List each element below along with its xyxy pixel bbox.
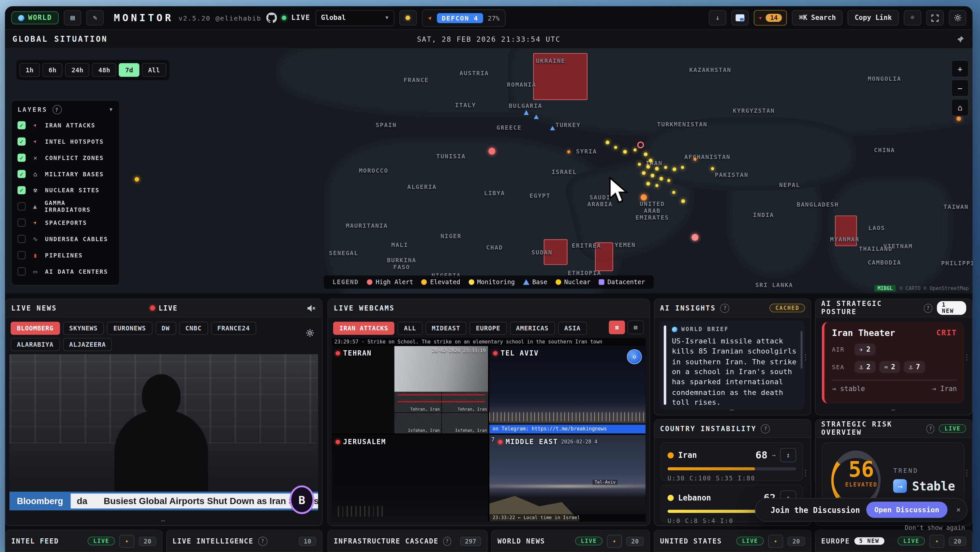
help-icon[interactable]: ? [926, 424, 934, 433]
layer-checkbox[interactable]: ✓ [18, 186, 26, 194]
map-marker[interactable] [648, 159, 652, 163]
missile-alerts-button[interactable]: ➤ 14 [754, 10, 788, 26]
more-indicator[interactable]: ⋯ [816, 406, 972, 414]
compose-icon-button[interactable]: ✎ [86, 10, 104, 26]
defcon-indicator[interactable]: ➤ DEFCON 4 27% [422, 9, 506, 27]
map-marker[interactable] [655, 184, 659, 187]
layer-checkbox[interactable] [18, 251, 26, 259]
map-marker[interactable] [681, 199, 685, 203]
home-button[interactable]: ⌂ [951, 99, 969, 116]
map-marker[interactable] [693, 158, 696, 161]
layer-checkbox[interactable] [18, 202, 25, 210]
map-marker[interactable] [667, 179, 670, 182]
webcam-thumbnail[interactable]: Isfahan, Iran [395, 412, 441, 433]
time-filter-7d[interactable]: 7d [119, 63, 140, 77]
webcam-tehran[interactable]: TEHRAN 28-02-2026 23:33:19 Tehran, IranT… [332, 346, 488, 433]
layer-checkbox[interactable] [18, 267, 26, 275]
webcam-tab-americas[interactable]: AMERICAS [510, 322, 555, 335]
help-icon[interactable]: ? [443, 536, 451, 546]
layer-row-spaceports[interactable]: ➤SPACEPORTS [18, 214, 114, 231]
help-icon[interactable]: ? [258, 536, 267, 546]
map-marker[interactable] [568, 150, 571, 154]
bottom-tab-united-states[interactable]: UNITED STATESLIVE✦20 [654, 530, 811, 552]
theme-button[interactable]: ☼ [904, 10, 921, 26]
layer-checkbox[interactable] [18, 235, 26, 243]
layer-row-undersea-cables[interactable]: ∿UNDERSEA CABLES [18, 230, 114, 247]
kebab-menu-icon[interactable]: ⋮ [802, 468, 810, 477]
instability-row-iran[interactable]: Iran 68 → ↥ U:30 C:100 S:35 I:80 [660, 442, 803, 481]
news-settings-button[interactable] [304, 327, 316, 339]
share-button[interactable]: ↥ [780, 448, 797, 462]
map-marker[interactable] [644, 152, 648, 156]
open-discussion-button[interactable]: Open Discussion [866, 501, 947, 518]
dismiss-link[interactable]: Don't show again [878, 524, 965, 531]
news-more-indicator[interactable]: ⋯ [6, 517, 322, 525]
channel-tab-skynews[interactable]: SKYNEWS [63, 322, 104, 335]
layer-checkbox[interactable]: ✓ [18, 170, 26, 178]
map-marker[interactable] [692, 234, 698, 241]
channel-tab-euronews[interactable]: EURONEWS [107, 322, 152, 335]
map-marker[interactable] [957, 117, 961, 121]
map-marker[interactable] [606, 141, 610, 145]
channel-tab-aljazeera[interactable]: ALJAZEERA [63, 338, 112, 351]
github-icon[interactable] [266, 13, 277, 23]
webcam-middle-east[interactable]: 7 MIDDLE EAST 2026-02-28 4 Tel-Aviv 23:3… [489, 435, 646, 521]
map-marker[interactable] [664, 166, 667, 169]
webcam-tab-europe[interactable]: EUROPE [470, 322, 507, 335]
webcam-tab-iran-attacks[interactable]: IRAN ATTACKS [333, 322, 395, 335]
sparkle-button[interactable]: ✦ [607, 535, 622, 547]
webcam-tab-mideast[interactable]: MIDEAST [425, 322, 466, 335]
mute-icon[interactable] [307, 304, 316, 312]
pip-button[interactable] [732, 10, 749, 26]
world-map[interactable]: FRANCEAUSTRIAUKRAINEROMANIAKAZAKHSTANMON… [5, 49, 972, 294]
map-marker[interactable] [672, 191, 675, 194]
map-marker[interactable] [641, 171, 646, 175]
notification-dot-button[interactable] [399, 10, 417, 26]
webcam-tab-asia[interactable]: ASIA [558, 322, 587, 335]
bottom-tab-live-intelligence[interactable]: LIVE INTELLIGENCE?10 [166, 530, 323, 552]
channel-tab-alarabiya[interactable]: ALARABIYA [11, 338, 60, 351]
kebab-menu-icon[interactable]: ⋮ [963, 352, 970, 362]
more-indicator[interactable]: ⋯ [654, 406, 810, 414]
map-marker[interactable] [614, 146, 617, 149]
bottom-tab-europe[interactable]: EUROPE5 NEWLIVE✦20 [815, 530, 972, 552]
list-view-button[interactable]: ▤ [628, 320, 644, 334]
webcam-thumbnail[interactable]: Isfahan, Iran [441, 412, 488, 433]
layers-collapse-icon[interactable]: ▼ [110, 107, 114, 113]
download-button[interactable]: ↓ [709, 10, 727, 26]
time-filter-6h[interactable]: 6h [42, 63, 63, 77]
printer-icon-button[interactable]: ▤ [64, 10, 81, 26]
map-marker[interactable] [646, 182, 651, 186]
channel-tab-cnbc[interactable]: CNBC [179, 322, 208, 335]
iran-theater-card[interactable]: Iran Theater CRIT AIR ✈2 SEA ⚓2≈2⚓7 → st… [822, 322, 964, 403]
layer-row-iran-attacks[interactable]: ✓➤IRAN ATTACKS [18, 117, 114, 133]
layer-checkbox[interactable]: ✓ [18, 154, 26, 162]
time-filter-48h[interactable]: 48h [92, 63, 116, 77]
layer-row-nuclear-sites[interactable]: ✓☢NUCLEAR SITES [18, 182, 114, 198]
copy-link-button[interactable]: Copy Link [848, 10, 899, 26]
channel-tab-bloomberg[interactable]: BLOOMBERG [11, 322, 60, 335]
layer-checkbox[interactable] [18, 218, 26, 227]
webcam-tab-all[interactable]: ALL [398, 322, 423, 335]
map-marker[interactable] [488, 148, 495, 154]
map-marker[interactable] [637, 141, 644, 148]
webcam-tel-aviv[interactable]: TEL AVIV ✡ on Telegram: https://t.me/bre… [489, 346, 646, 433]
map-marker[interactable] [524, 110, 529, 115]
settings-button[interactable] [949, 10, 966, 26]
layer-checkbox[interactable]: ✓ [18, 137, 26, 145]
kebab-menu-icon[interactable]: ⋮ [963, 468, 970, 477]
map-marker[interactable] [550, 126, 555, 130]
help-icon[interactable]: ? [761, 424, 770, 433]
sparkle-button[interactable]: ✦ [768, 535, 783, 547]
map-marker[interactable] [640, 194, 646, 200]
bottom-tab-world-news[interactable]: WORLD NEWSLIVE✦20 [491, 530, 650, 552]
map-marker[interactable] [659, 177, 663, 181]
scrollbar-thumb[interactable] [801, 331, 803, 368]
layer-row-conflict-zones[interactable]: ✓✕CONFLICT ZONES [18, 149, 114, 165]
layer-row-ai-data-centers[interactable]: ▭AI DATA CENTERS [18, 263, 114, 279]
map-marker[interactable] [623, 150, 627, 154]
sparkle-button[interactable]: ✦ [119, 535, 134, 547]
help-icon[interactable]: ? [720, 303, 730, 313]
map-marker[interactable] [673, 168, 676, 171]
grid-view-button[interactable]: ▦ [609, 320, 625, 334]
